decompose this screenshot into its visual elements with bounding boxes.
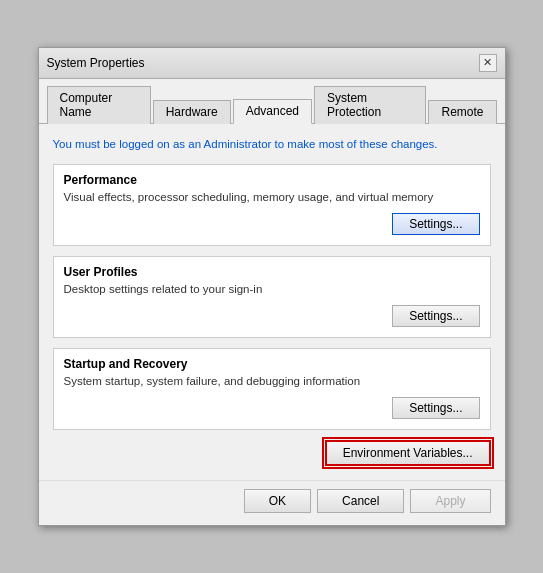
admin-notice: You must be logged on as an Administrato…	[53, 136, 491, 152]
user-profiles-description: Desktop settings related to your sign-in	[64, 283, 480, 295]
tab-remote[interactable]: Remote	[428, 100, 496, 124]
startup-recovery-description: System startup, system failure, and debu…	[64, 375, 480, 387]
user-profiles-footer: Settings...	[64, 305, 480, 327]
startup-recovery-settings-button[interactable]: Settings...	[392, 397, 479, 419]
window-title: System Properties	[47, 56, 145, 70]
startup-recovery-title: Startup and Recovery	[64, 357, 480, 371]
user-profiles-title: User Profiles	[64, 265, 480, 279]
environment-variables-button[interactable]: Environment Variables...	[325, 440, 491, 466]
title-bar: System Properties ✕	[39, 48, 505, 79]
tab-hardware[interactable]: Hardware	[153, 100, 231, 124]
performance-section: Performance Visual effects, processor sc…	[53, 164, 491, 246]
environment-variables-section: Environment Variables...	[53, 440, 491, 466]
tab-bar: Computer Name Hardware Advanced System P…	[39, 79, 505, 124]
performance-footer: Settings...	[64, 213, 480, 235]
performance-description: Visual effects, processor scheduling, me…	[64, 191, 480, 203]
user-profiles-settings-button[interactable]: Settings...	[392, 305, 479, 327]
tab-advanced[interactable]: Advanced	[233, 99, 312, 124]
tab-system-protection[interactable]: System Protection	[314, 86, 426, 124]
ok-button[interactable]: OK	[244, 489, 311, 513]
startup-recovery-section: Startup and Recovery System startup, sys…	[53, 348, 491, 430]
startup-recovery-footer: Settings...	[64, 397, 480, 419]
performance-title: Performance	[64, 173, 480, 187]
performance-settings-button[interactable]: Settings...	[392, 213, 479, 235]
tab-content: You must be logged on as an Administrato…	[39, 124, 505, 476]
close-button[interactable]: ✕	[479, 54, 497, 72]
cancel-button[interactable]: Cancel	[317, 489, 404, 513]
dialog-footer: OK Cancel Apply	[39, 480, 505, 525]
tab-computer-name[interactable]: Computer Name	[47, 86, 151, 124]
user-profiles-section: User Profiles Desktop settings related t…	[53, 256, 491, 338]
apply-button[interactable]: Apply	[410, 489, 490, 513]
system-properties-dialog: System Properties ✕ Computer Name Hardwa…	[38, 47, 506, 526]
